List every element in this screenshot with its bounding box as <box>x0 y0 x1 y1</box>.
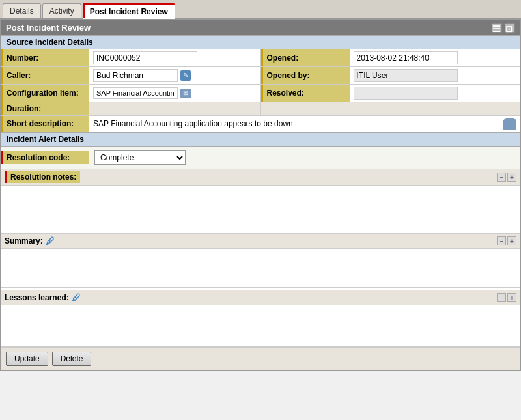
number-label: Number: <box>1 49 89 66</box>
config-link-icon[interactable]: ⊞ <box>180 89 191 98</box>
resolved-value-col <box>350 85 521 102</box>
summary-controls: − + <box>497 236 516 245</box>
caller-input[interactable] <box>93 69 178 82</box>
tab-activity[interactable]: Activity <box>42 3 81 18</box>
duration-label: Duration: <box>1 102 89 115</box>
lessons-collapse[interactable]: − <box>497 293 506 302</box>
attachment-icon[interactable] <box>503 118 516 130</box>
opened-input[interactable] <box>354 51 458 64</box>
duration-right-label <box>261 102 350 115</box>
main-panel: Post Incident Review ☰ ⊡ Source Incident… <box>0 20 521 371</box>
opened-by-label: Opened by: <box>261 67 350 84</box>
update-button[interactable]: Update <box>6 352 48 366</box>
resolved-col: Resolved: <box>261 85 521 102</box>
resolution-code-row: Resolution code: Complete Unresolved Can… <box>1 147 520 169</box>
resolution-code-value-col: Complete Unresolved Cancelled <box>89 148 191 167</box>
resolution-notes-label: Resolution notes: <box>5 171 80 183</box>
lessons-expand[interactable]: + <box>507 293 516 302</box>
number-value-col <box>89 49 260 66</box>
short-desc-value-col: SAP Financial Accounting application app… <box>89 116 520 132</box>
resolution-code-label: Resolution code: <box>1 151 89 164</box>
summary-collapse[interactable]: − <box>497 236 506 245</box>
duration-value-col <box>89 102 260 115</box>
tab-details[interactable]: Details <box>3 3 41 18</box>
number-input[interactable] <box>93 51 197 64</box>
resolved-input[interactable] <box>354 87 458 100</box>
lessons-section: Lessons learned: 🖊 − + <box>1 290 520 347</box>
config-input[interactable] <box>93 87 178 99</box>
openedby-col: Opened by: <box>261 67 521 84</box>
resolution-notes-label-row: Resolution notes: − + <box>1 169 520 186</box>
caller-openedby-row: Caller: ✎ Opened by: <box>1 67 520 85</box>
opened-by-input[interactable] <box>354 69 458 82</box>
summary-section: Summary: 🖊 − + <box>1 234 520 290</box>
config-resolved-row: Configuration item: ⊞ Resolved: <box>1 85 520 102</box>
resolution-code-select[interactable]: Complete Unresolved Cancelled <box>94 150 186 165</box>
config-col: Configuration item: ⊞ <box>1 85 260 102</box>
opened-value-col <box>350 49 521 66</box>
config-label: Configuration item: <box>1 85 89 102</box>
panel-header-icons: ☰ ⊡ <box>492 23 515 33</box>
short-desc-text: SAP Financial Accounting application app… <box>93 119 501 128</box>
duration-right-col <box>261 102 521 115</box>
lessons-controls: − + <box>497 293 516 302</box>
duration-row: Duration: <box>1 102 520 116</box>
summary-spell-icon[interactable]: 🖊 <box>46 236 55 246</box>
lessons-label-row: Lessons learned: 🖊 − + <box>1 290 520 305</box>
resolution-notes-section: Resolution notes: − + <box>1 169 520 234</box>
tab-post-incident-review[interactable]: Post Incident Review <box>83 3 175 19</box>
resolution-notes-collapse[interactable]: − <box>497 173 506 182</box>
resolved-label: Resolved: <box>261 85 350 102</box>
summary-label-row: Summary: 🖊 − + <box>1 234 520 249</box>
lessons-textarea[interactable] <box>1 305 520 344</box>
number-col: Number: <box>1 49 260 66</box>
caller-col: Caller: ✎ <box>1 67 260 84</box>
panel-title: Post Incident Review <box>6 23 91 33</box>
summary-textarea[interactable] <box>1 249 520 288</box>
summary-label: Summary: 🖊 <box>5 236 55 246</box>
tab-bar: Details Activity Post Incident Review <box>0 0 521 20</box>
caller-label: Caller: <box>1 67 89 84</box>
footer-buttons: Update Delete <box>1 347 520 370</box>
number-opened-row: Number: Opened: <box>1 49 520 67</box>
config-value-col: ⊞ <box>89 85 260 102</box>
incident-alert-header: Incident Alert Details <box>1 132 520 147</box>
duration-right-value-col <box>350 102 521 115</box>
opened-by-value-col <box>350 67 521 84</box>
opened-col: Opened: <box>261 49 521 66</box>
lessons-label: Lessons learned: 🖊 <box>5 292 81 303</box>
resolution-notes-textarea[interactable] <box>1 186 520 231</box>
short-desc-row: Short description: SAP Financial Account… <box>1 116 520 132</box>
summary-expand[interactable]: + <box>507 236 516 245</box>
short-desc-label: Short description: <box>1 116 89 132</box>
duration-col: Duration: <box>1 102 260 115</box>
caller-value-col: ✎ <box>89 67 260 84</box>
lessons-spell-icon[interactable]: 🖊 <box>72 292 81 303</box>
resolution-notes-expand[interactable]: + <box>507 173 516 182</box>
resolution-notes-controls: − + <box>497 173 516 182</box>
source-incident-header: Source Incident Details <box>1 35 520 49</box>
resize-icon[interactable]: ⊡ <box>505 23 515 33</box>
panel-header: Post Incident Review ☰ ⊡ <box>1 20 520 35</box>
opened-label: Opened: <box>261 49 350 66</box>
list-icon[interactable]: ☰ <box>492 23 502 33</box>
delete-button[interactable]: Delete <box>52 352 92 366</box>
caller-edit-icon[interactable]: ✎ <box>180 70 191 81</box>
